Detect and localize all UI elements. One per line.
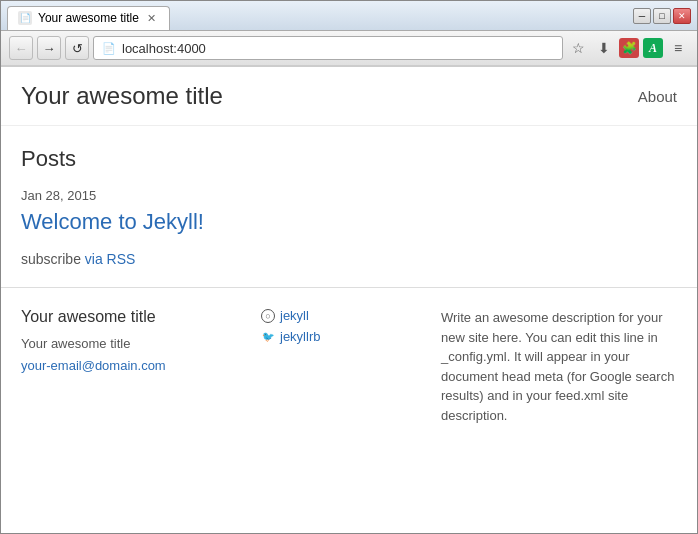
address-bar[interactable]: 📄 localhost:4000 (93, 36, 563, 60)
github-icon: ○ (261, 309, 275, 323)
github-link[interactable]: ○ jekyll (261, 308, 421, 323)
site-header: Your awesome title About (1, 67, 697, 126)
post-title-link[interactable]: Welcome to Jekyll! (21, 209, 677, 235)
star-icon: ☆ (572, 40, 585, 56)
about-link[interactable]: About (638, 88, 677, 105)
forward-icon: → (43, 41, 56, 56)
back-button[interactable]: ← (9, 36, 33, 60)
close-button[interactable]: ✕ (673, 8, 691, 24)
footer-title: Your awesome title (21, 308, 241, 326)
browser-tab[interactable]: 📄 Your awesome title ✕ (7, 6, 170, 30)
tab-close-button[interactable]: ✕ (145, 11, 159, 25)
minimize-button[interactable]: ─ (633, 8, 651, 24)
footer-col3: Write an awesome description for your ne… (441, 308, 677, 425)
window-controls: ─ □ ✕ (633, 8, 691, 24)
window-frame: 📄 Your awesome title ✕ ─ □ ✕ ← → ↺ 📄 (0, 0, 698, 534)
footer-email-link[interactable]: your-email@domain.com (21, 358, 166, 373)
bookmark-button[interactable]: ☆ (567, 37, 589, 59)
tab-favicon: 📄 (18, 11, 32, 25)
extension-a-button[interactable]: A (643, 38, 663, 58)
refresh-button[interactable]: ↺ (65, 36, 89, 60)
page-icon: 📄 (102, 42, 116, 55)
extension-puzzle-button[interactable]: 🧩 (619, 38, 639, 58)
puzzle-icon: 🧩 (622, 41, 637, 55)
twitter-label: jekyllrb (280, 329, 320, 344)
maximize-button[interactable]: □ (653, 8, 671, 24)
twitter-link[interactable]: 🐦 jekyllrb (261, 329, 421, 344)
twitter-icon: 🐦 (261, 330, 275, 344)
github-label: jekyll (280, 308, 309, 323)
a-icon: A (649, 41, 657, 56)
posts-heading: Posts (21, 146, 677, 172)
url-text: localhost:4000 (122, 41, 206, 56)
back-icon: ← (15, 41, 28, 56)
footer-site-name: Your awesome title (21, 336, 241, 351)
posts-section: Posts Jan 28, 2015 Welcome to Jekyll! su… (1, 126, 697, 288)
subscribe-text: subscribe via RSS (21, 251, 677, 267)
rss-link[interactable]: via RSS (85, 251, 136, 267)
forward-button[interactable]: → (37, 36, 61, 60)
browser-toolbar: ← → ↺ 📄 localhost:4000 ☆ ⬇ 🧩 A (1, 31, 697, 67)
browser-actions: ☆ ⬇ 🧩 A ≡ (567, 37, 689, 59)
download-button[interactable]: ⬇ (593, 37, 615, 59)
page-content: Your awesome title About Posts Jan 28, 2… (1, 67, 697, 533)
tab-title: Your awesome title (38, 11, 139, 25)
menu-button[interactable]: ≡ (667, 37, 689, 59)
site-title: Your awesome title (21, 82, 223, 110)
footer-col2: ○ jekyll 🐦 jekyllrb (261, 308, 421, 425)
download-icon: ⬇ (598, 40, 610, 56)
footer-description: Write an awesome description for your ne… (441, 308, 677, 425)
post-date: Jan 28, 2015 (21, 188, 677, 203)
footer-col1: Your awesome title Your awesome title yo… (21, 308, 241, 425)
menu-icon: ≡ (674, 40, 682, 56)
refresh-icon: ↺ (72, 41, 83, 56)
title-bar: 📄 Your awesome title ✕ ─ □ ✕ (1, 1, 697, 31)
footer-section: Your awesome title Your awesome title yo… (1, 288, 697, 445)
